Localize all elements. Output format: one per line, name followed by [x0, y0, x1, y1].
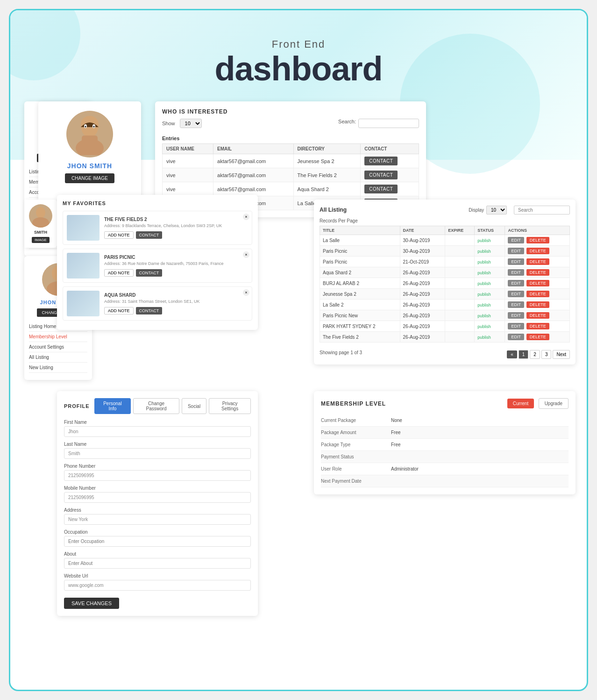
fav-name: THE FIVE FIELDS 2 [104, 217, 248, 222]
svg-point-7 [93, 126, 95, 128]
svg-point-8 [36, 207, 45, 218]
nav-item[interactable]: All Listing [29, 352, 87, 363]
lt-status: publish [475, 332, 505, 343]
delete-button[interactable]: DELETE [526, 237, 549, 243]
edit-button[interactable]: EDIT [508, 269, 524, 276]
fav-close-button[interactable]: × [243, 289, 249, 296]
edit-button[interactable]: EDIT [508, 334, 524, 340]
fav-address: Address: 9 Blacklands Terrace, Chelsea, … [104, 223, 248, 229]
profile-tab[interactable]: Privacy Settings [209, 398, 251, 414]
form-label: Website Url [64, 573, 251, 579]
lt-col-title: TITLE [320, 226, 400, 235]
profile-tab[interactable]: Change Password [133, 398, 179, 414]
current-btn[interactable]: Current [507, 399, 534, 408]
form-input[interactable] [64, 492, 251, 503]
lt-status: publish [475, 267, 505, 278]
fav-contact-button[interactable]: CONTACT [136, 269, 163, 277]
listing-title: All Listing [320, 207, 347, 213]
pagination-btn[interactable]: 1 [519, 350, 529, 359]
pagination-btn[interactable]: Next [553, 350, 570, 359]
favorites-title: MY FAVORITES [63, 200, 252, 206]
form-input[interactable] [64, 580, 251, 591]
profile-tab[interactable]: Social [182, 398, 206, 414]
fav-thumb [67, 253, 100, 279]
form-input[interactable] [64, 558, 251, 569]
save-changes-button[interactable]: SAVE CHANGES [64, 598, 119, 609]
edit-button[interactable]: EDIT [508, 301, 524, 308]
contact-button[interactable]: CONTACT [364, 185, 398, 193]
delete-button[interactable]: DELETE [526, 323, 549, 329]
form-input[interactable] [64, 514, 251, 525]
col-directory: DIRECTORY [293, 144, 361, 154]
lt-actions: EDIT DELETE [505, 310, 570, 321]
table-row: PARK HYATT SYDNEY 2 26-Aug-2019 publish … [320, 321, 570, 332]
edit-button[interactable]: EDIT [508, 312, 524, 319]
fav-close-button[interactable]: × [243, 251, 249, 258]
lt-date: 26-Aug-2019 [400, 310, 445, 321]
pagination-btn[interactable]: 3 [541, 350, 552, 359]
delete-button[interactable]: DELETE [526, 312, 549, 319]
pe-tabs: Personal InfoChange PasswordSocialPrivac… [94, 398, 251, 414]
delete-button[interactable]: DELETE [526, 248, 549, 254]
cell-username: vive [163, 154, 213, 168]
delete-button[interactable]: DELETE [526, 301, 549, 308]
add-note-button[interactable]: ADD NOTE [104, 231, 134, 239]
upgrade-btn[interactable]: Upgrade [539, 398, 569, 409]
lt-date: 30-Aug-2019 [400, 235, 445, 246]
membership-key: User Role [321, 466, 391, 471]
search-input[interactable] [358, 119, 419, 128]
pagination-prev[interactable]: « [507, 350, 517, 358]
lt-date: 26-Aug-2019 [400, 332, 445, 343]
delete-button[interactable]: DELETE [526, 280, 549, 286]
edit-button[interactable]: EDIT [508, 258, 524, 265]
lt-expire [445, 246, 475, 257]
change-image-button[interactable]: CHANGE IMAGE [65, 173, 114, 183]
delete-button[interactable]: DELETE [526, 269, 549, 276]
cell-email: aktar567@gmail.com [213, 168, 294, 182]
fav-contact-button[interactable]: CONTACT [136, 307, 163, 314]
svg-point-9 [32, 217, 49, 228]
profile-name: JHON SMITH [45, 162, 134, 170]
fav-close-button[interactable]: × [243, 214, 249, 220]
profile-tab[interactable]: Personal Info [94, 398, 131, 414]
lt-date: 30-Aug-2019 [400, 246, 445, 257]
form-input[interactable] [64, 448, 251, 459]
lt-status: publish [475, 300, 505, 310]
listing-display-select[interactable]: 10 [486, 206, 507, 214]
lt-title: Aqua Shard 2 [320, 267, 400, 278]
show-select[interactable]: 10 25 [180, 119, 202, 128]
delete-button[interactable]: DELETE [526, 291, 549, 297]
contact-button[interactable]: CONTACT [364, 157, 398, 165]
fav-contact-button[interactable]: CONTACT [136, 231, 163, 239]
form-label: Occupation [64, 529, 251, 535]
svg-rect-2 [82, 136, 98, 150]
fav-thumb [67, 215, 100, 241]
add-note-button[interactable]: ADD NOTE [104, 307, 134, 314]
edit-button[interactable]: EDIT [508, 248, 524, 254]
edit-button[interactable]: EDIT [508, 291, 524, 297]
contact-button[interactable]: CONTACT [364, 171, 398, 179]
form-input[interactable] [64, 536, 251, 547]
lt-status: publish [475, 289, 505, 300]
nav-item[interactable]: New Listing [29, 363, 87, 373]
fav-info: AQUA SHARD Address: 31 Saint Thomas Stre… [104, 293, 248, 314]
edit-button[interactable]: EDIT [508, 237, 524, 243]
add-note-button[interactable]: ADD NOTE [104, 269, 134, 277]
membership-row: Current Package None [321, 414, 569, 427]
edit-button[interactable]: EDIT [508, 280, 524, 286]
delete-button[interactable]: DELETE [526, 334, 549, 340]
side-image-btn[interactable]: IMAGE [32, 237, 50, 243]
membership-rows: Current Package None Package Amount Free… [321, 414, 569, 487]
lt-date: 26-Aug-2019 [400, 278, 445, 289]
pagination-btn[interactable]: 2 [530, 350, 540, 359]
membership-row: Payment Status [321, 451, 569, 463]
form-input[interactable] [64, 470, 251, 481]
all-listing-panel: All Listing Display 10 Records Per Page … [314, 200, 576, 364]
nav-item[interactable]: Membership Level [29, 332, 87, 342]
listing-search-input[interactable] [514, 206, 570, 214]
nav-item[interactable]: Account Settings [29, 342, 87, 352]
edit-button[interactable]: EDIT [508, 323, 524, 329]
delete-button[interactable]: DELETE [526, 258, 549, 265]
form-input[interactable] [64, 426, 251, 437]
side-name: SMITH [27, 230, 55, 235]
